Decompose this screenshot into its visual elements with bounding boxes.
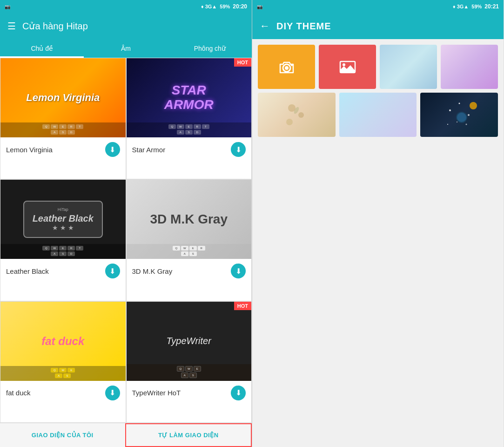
diy-tile-space[interactable] — [420, 93, 498, 137]
gray-preview-text: 3D M.K Gray — [150, 212, 228, 227]
floral-decoration — [278, 96, 315, 134]
status-bar-left: 📷 ♦ 3G▲ 59% 20:20 — [0, 0, 252, 13]
svg-point-2 — [291, 64, 293, 66]
theme-name-lemon: Lemon Virginia — [6, 146, 53, 154]
diy-tile-abstract1[interactable] — [441, 45, 498, 89]
theme-leather-black[interactable]: QWERT ASD HiTap Leather Black ★ ★ ★ Leat… — [0, 179, 126, 301]
time-label-right: 20:21 — [484, 3, 499, 10]
typewriter-preview-text: TypeWriter — [167, 336, 211, 346]
diy-content — [252, 39, 504, 447]
leather-badge: HiTap Leather Black ★ ★ ★ — [23, 201, 103, 238]
gallery-icon — [337, 57, 358, 77]
svg-point-10 — [458, 102, 460, 104]
svg-point-6 — [298, 112, 304, 118]
theme-lemon-virginia[interactable]: QWERT ASD Lemon Virginia Lemon Virginia … — [0, 58, 126, 179]
download-btn-star[interactable]: ⬇ — [231, 142, 246, 157]
svg-point-12 — [457, 122, 457, 122]
battery-label-right: 59% — [471, 4, 482, 9]
diy-button[interactable]: TỰ LÀM GIAO DIỆN — [125, 423, 252, 447]
tab-bar: Chủ đề Âm Phông chữ — [0, 39, 252, 58]
theme-footer-typewriter: TypeWriter HoT ⬇ — [127, 381, 252, 405]
svg-point-7 — [286, 119, 293, 125]
download-btn-gray[interactable]: ⬇ — [231, 264, 246, 278]
svg-point-13 — [465, 123, 467, 125]
app-header-right: ← DIY THEME — [252, 13, 504, 39]
duck-preview-text: fat duck — [41, 335, 84, 348]
diy-tile-floral[interactable] — [258, 93, 336, 137]
theme-footer-leather: Leather Black ⬇ — [0, 259, 126, 283]
svg-point-15 — [470, 102, 477, 109]
theme-footer-lemon: Lemon Virginia ⬇ — [0, 137, 126, 162]
diy-title: DIY THEME — [276, 21, 331, 32]
diy-tile-clouds[interactable] — [380, 45, 437, 89]
theme-name-gray: 3D M.K Gray — [132, 267, 173, 275]
theme-name-duck: fat duck — [6, 389, 31, 397]
theme-name-leather: Leather Black — [6, 267, 49, 275]
theme-star-armor[interactable]: HOT QWERT ASD STARARMOR Star Armor ⬇ — [126, 58, 252, 179]
time-label: 20:20 — [233, 3, 247, 10]
svg-point-1 — [285, 66, 289, 70]
theme-3d-mk-gray[interactable]: Q W E R A S 3D M.K Gray 3D M.K Gray ⬇ — [126, 179, 252, 301]
theme-name-star: Star Armor — [132, 146, 166, 154]
svg-point-17 — [457, 113, 466, 122]
battery-label: 59% — [220, 4, 230, 9]
download-btn-typewriter[interactable]: ⬇ — [231, 386, 246, 400]
diy-row1 — [258, 45, 498, 89]
tab-phong-chu[interactable]: Phông chữ — [168, 39, 252, 58]
app-header-left: ☰ Cửa hàng Hitap — [0, 13, 252, 39]
status-bar-right: 📷 ♦ 3G▲ 59% 20:21 — [252, 0, 504, 13]
download-btn-leather[interactable]: ⬇ — [105, 264, 120, 278]
left-panel: 📷 ♦ 3G▲ 59% 20:20 ☰ Cửa hàng Hitap Chủ đ… — [0, 0, 252, 447]
theme-footer-star: Star Armor ⬇ — [127, 137, 252, 162]
space-decoration — [441, 96, 478, 134]
my-theme-button[interactable]: GIAO DIỆN CỦA TÔI — [0, 423, 125, 447]
network-label: ♦ 3G▲ — [201, 4, 217, 9]
diy-tile-pastel[interactable] — [339, 93, 417, 137]
diy-tiles-container — [252, 39, 504, 142]
download-btn-duck[interactable]: ⬇ — [105, 386, 120, 400]
theme-fat-duck[interactable]: Q W E A S fat duck fat duck ⬇ — [0, 301, 126, 423]
theme-preview-lemon: QWERT ASD Lemon Virginia — [0, 58, 126, 137]
themes-grid: QWERT ASD Lemon Virginia Lemon Virginia … — [0, 58, 252, 423]
hot-badge-star: HOT — [234, 58, 251, 67]
svg-point-11 — [468, 114, 470, 116]
tab-chu-de[interactable]: Chủ đề — [0, 39, 84, 58]
diy-tile-gallery[interactable] — [319, 45, 376, 89]
svg-point-14 — [447, 124, 448, 125]
right-panel: 📷 ♦ 3G▲ 59% 20:21 ← DIY THEME — [252, 0, 504, 447]
bottom-buttons: GIAO DIỆN CỦA TÔI TỰ LÀM GIAO DIỆN — [0, 423, 252, 447]
menu-icon[interactable]: ☰ — [7, 20, 16, 32]
camera-icon — [276, 57, 297, 77]
theme-preview-duck: Q W E A S fat duck — [0, 302, 126, 381]
theme-footer-duck: fat duck ⬇ — [0, 381, 126, 405]
diy-row2 — [258, 93, 498, 137]
theme-preview-star: HOT QWERT ASD STARARMOR — [127, 58, 252, 137]
network-label-right: ♦ 3G▲ — [453, 4, 469, 9]
hot-badge-typewriter: HOT — [234, 302, 251, 310]
theme-preview-gray: Q W E R A S 3D M.K Gray — [127, 180, 252, 259]
tab-am[interactable]: Âm — [84, 39, 168, 58]
app-title: Cửa hàng Hitap — [22, 20, 88, 32]
theme-name-typewriter: TypeWriter HoT — [132, 389, 181, 397]
theme-preview-typewriter: HOT Q W E A S TypeWriter — [127, 302, 252, 381]
theme-preview-leather: QWERT ASD HiTap Leather Black ★ ★ ★ — [0, 180, 126, 259]
theme-typewriter[interactable]: HOT Q W E A S TypeWriter Typ — [126, 301, 252, 423]
svg-point-9 — [449, 109, 451, 111]
lemon-preview-text: Lemon Virginia — [26, 92, 100, 104]
diy-tile-camera[interactable] — [258, 45, 315, 89]
back-button[interactable]: ← — [260, 20, 270, 32]
star-preview-text: STARARMOR — [164, 83, 214, 112]
theme-footer-gray: 3D M.K Gray ⬇ — [127, 259, 252, 283]
svg-point-4 — [343, 63, 345, 66]
download-btn-lemon[interactable]: ⬇ — [105, 142, 120, 157]
